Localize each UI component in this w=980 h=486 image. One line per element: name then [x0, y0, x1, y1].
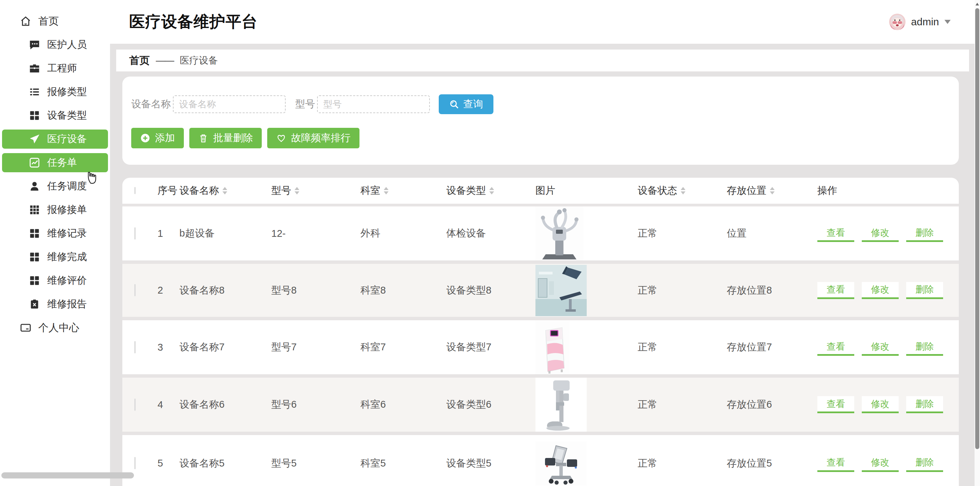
sidebar-item-repair-accept[interactable]: 报修接单 [2, 200, 108, 220]
edit-button[interactable]: 修改 [862, 282, 899, 299]
sidebar-item-label: 维修记录 [47, 226, 87, 240]
fault-rank-button[interactable]: 故障频率排行 [267, 128, 360, 148]
device-name-input[interactable] [173, 96, 286, 113]
pink-therapy-device-image [535, 320, 638, 374]
sidebar-item-label: 个人中心 [38, 321, 79, 335]
sidebar-item-repair-done[interactable]: 维修完成 [2, 247, 108, 266]
sidebar-item-label: 设备类型 [47, 109, 87, 122]
column-header[interactable]: 设备状态 [638, 184, 727, 198]
sidebar-item-repair-type[interactable]: 报修类型 [2, 82, 108, 102]
table-row: 3 设备名称7 型号7 科室7 设备类型7 正常 存放位置7 查看修改删除 [123, 320, 959, 378]
status-text: 正常 [638, 226, 727, 240]
column-header[interactable]: 设备类型 [446, 184, 535, 198]
sort-icon[interactable] [770, 187, 775, 194]
horizontal-scrollbar-thumb[interactable] [2, 472, 134, 478]
sort-icon[interactable] [223, 187, 227, 194]
row-checkbox[interactable] [134, 341, 136, 354]
model-input[interactable] [317, 96, 430, 113]
sidebar-item-label: 工程师 [47, 62, 77, 75]
sidebar-item-repair-review[interactable]: 维修评价 [2, 271, 108, 290]
sidebar-item-label: 报修接单 [47, 203, 87, 217]
sidebar-item-label: 维修评价 [47, 274, 87, 287]
sidebar-menu: 首页 医护人员 工程师 报修类型 设备类型 医疗设备 任务单 任务调度 报修接单… [0, 12, 110, 337]
row-checkbox[interactable] [134, 227, 136, 240]
column-header[interactable]: 型号 [271, 184, 361, 198]
table-row: 1 b超设备 12- 外科 体检设备 正常 位置 查看修改删除 [123, 206, 959, 264]
user-avatar[interactable] [889, 14, 905, 30]
paper-plane-icon [29, 133, 40, 145]
column-header[interactable]: 设备名称 [180, 184, 271, 198]
sidebar-item-label: 医疗设备 [47, 132, 87, 146]
view-button[interactable]: 查看 [817, 282, 854, 299]
sidebar-item-repair-report[interactable]: 维修报告 [2, 295, 108, 314]
sidebar-item-home[interactable]: 首页 [2, 12, 108, 31]
sort-icon[interactable] [681, 187, 686, 194]
table-row: 5 设备名称5 型号5 科室5 设备类型5 正常 存放位置5 查看修改删除 [123, 435, 959, 486]
table-header-row: 序号设备名称型号科室设备类型图片设备状态存放位置操作 [123, 178, 959, 206]
view-button[interactable]: 查看 [817, 455, 854, 472]
batch-delete-button[interactable]: 批量删除 [189, 128, 262, 148]
sort-icon[interactable] [294, 187, 299, 194]
sidebar-item-engineer[interactable]: 工程师 [2, 59, 108, 78]
sidebar-item-profile[interactable]: 个人中心 [2, 318, 108, 337]
vertical-scrollbar[interactable] [975, 0, 980, 486]
edit-button[interactable]: 修改 [862, 225, 899, 242]
device-name-label: 设备名称 [131, 97, 171, 111]
search-panel: 设备名称 型号 查询 添加 批量删除 故障频率排行 [123, 76, 959, 165]
view-button[interactable]: 查看 [817, 396, 854, 413]
sidebar-item-label: 维修报告 [47, 297, 87, 311]
status-text: 正常 [638, 398, 727, 411]
row-checkbox[interactable] [134, 284, 136, 296]
breadcrumb-separator: —— [156, 55, 173, 66]
heart-icon [276, 133, 286, 143]
sidebar-item-label: 维修完成 [47, 250, 87, 264]
view-button[interactable]: 查看 [817, 225, 854, 242]
delete-button[interactable]: 删除 [906, 339, 943, 356]
status-text: 正常 [638, 340, 727, 354]
view-button[interactable]: 查看 [817, 339, 854, 356]
sidebar-item-label: 报修类型 [47, 85, 87, 99]
edit-button[interactable]: 修改 [862, 396, 899, 413]
sidebar-item-label: 首页 [38, 14, 59, 29]
edit-button[interactable]: 修改 [862, 339, 899, 356]
sort-icon[interactable] [489, 187, 494, 194]
sidebar-item-medical-device[interactable]: 医疗设备 [2, 129, 108, 149]
grid2-icon [29, 110, 40, 121]
column-header[interactable]: 存放位置 [727, 184, 817, 198]
sidebar-item-repair-record[interactable]: 维修记录 [2, 224, 108, 243]
column-header: 图片 [535, 184, 638, 198]
delete-button[interactable]: 删除 [906, 225, 943, 242]
vertical-scrollbar-thumb[interactable] [975, 8, 979, 449]
add-button[interactable]: 添加 [131, 128, 184, 148]
hospital-bed-image [535, 441, 638, 485]
status-text: 正常 [638, 457, 727, 470]
sidebar-item-medical-staff[interactable]: 医护人员 [2, 35, 108, 54]
sidebar: 首页 医护人员 工程师 报修类型 设备类型 医疗设备 任务单 任务调度 报修接单… [0, 0, 110, 486]
delete-button[interactable]: 删除 [906, 455, 943, 472]
sidebar-item-device-type[interactable]: 设备类型 [2, 106, 108, 125]
topbar: 医疗设备维护平台 admin [110, 0, 975, 44]
delete-button[interactable]: 删除 [906, 282, 943, 299]
user-icon [29, 180, 40, 192]
sort-icon[interactable] [384, 187, 388, 194]
breadcrumb: 首页 —— 医疗设备 [116, 49, 969, 72]
row-checkbox[interactable] [134, 457, 136, 469]
delete-button[interactable]: 删除 [906, 396, 943, 413]
dental-xray-machine-image [535, 378, 638, 432]
select-all-checkbox[interactable] [134, 187, 136, 194]
sidebar-item-task-order[interactable]: 任务单 [2, 153, 108, 172]
row-checkbox[interactable] [134, 398, 136, 411]
user-menu[interactable]: admin [889, 14, 951, 30]
clipboard-x-icon [29, 298, 40, 310]
scroll-up-arrow-icon[interactable] [975, 3, 979, 5]
list-icon [29, 86, 40, 98]
column-header[interactable]: 科室 [361, 184, 446, 198]
model-label: 型号 [295, 97, 315, 111]
query-button[interactable]: 查询 [439, 94, 493, 114]
surgical-robot-image [535, 206, 638, 260]
breadcrumb-home[interactable]: 首页 [129, 54, 150, 68]
edit-button[interactable]: 修改 [862, 455, 899, 472]
sidebar-item-task-dispatch[interactable]: 任务调度 [2, 177, 108, 196]
column-header: 操作 [817, 184, 959, 198]
chevron-down-icon [945, 20, 951, 24]
